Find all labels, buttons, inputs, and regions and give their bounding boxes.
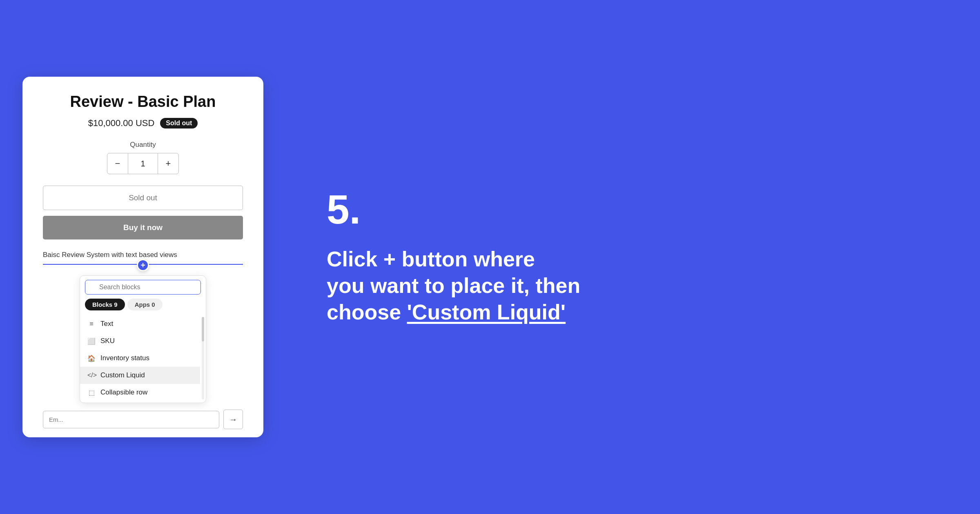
buy-it-now-button[interactable]: Buy it now: [43, 216, 243, 239]
quantity-value: 1: [128, 153, 158, 174]
block-item-collapsible[interactable]: ⬚ Collapsible row: [80, 384, 200, 401]
block-item-sku[interactable]: ⬜ SKU: [80, 332, 200, 350]
step-number: 5.: [327, 189, 939, 230]
block-label-custom-liquid: Custom Liquid: [100, 371, 145, 379]
quantity-label: Quantity: [43, 141, 243, 149]
scrollbar[interactable]: [202, 317, 204, 399]
search-input-wrapper: 🔍: [85, 280, 201, 295]
bottom-nav-row: →: [43, 403, 243, 437]
instruction-text: Click + button where you want to place i…: [327, 246, 939, 326]
collapsible-icon: ⬚: [87, 389, 96, 397]
sold-out-badge: Sold out: [160, 118, 198, 128]
search-dropdown: 🔍 Blocks 9 Apps 0 ≡ Text ⬜ SKU: [80, 275, 206, 403]
sold-out-button: Sold out: [43, 186, 243, 210]
tab-blocks[interactable]: Blocks 9: [85, 299, 125, 310]
block-list: ≡ Text ⬜ SKU 🏠 Inventory status </> Cust…: [80, 314, 200, 403]
block-item-custom-liquid[interactable]: </> Custom Liquid: [80, 367, 200, 384]
plus-button-row: +: [43, 259, 243, 271]
block-label-sku: SKU: [100, 337, 115, 345]
custom-liquid-icon: </>: [87, 372, 96, 379]
scrollbar-area: ≡ Text ⬜ SKU 🏠 Inventory status </> Cust…: [80, 314, 206, 403]
arrow-button[interactable]: →: [223, 410, 243, 429]
search-blocks-input[interactable]: [85, 280, 201, 295]
product-card: Review - Basic Plan $10,000.00 USD Sold …: [22, 77, 263, 437]
tab-apps[interactable]: Apps 0: [127, 299, 163, 310]
block-label-text: Text: [100, 320, 113, 328]
sku-icon: ⬜: [87, 337, 96, 345]
text-icon: ≡: [87, 320, 96, 328]
block-label-inventory: Inventory status: [100, 354, 149, 362]
instruction-highlight: 'Custom Liquid': [407, 300, 566, 324]
tabs-row: Blocks 9 Apps 0: [80, 299, 206, 314]
scrollbar-thumb: [202, 317, 204, 341]
add-block-button[interactable]: +: [137, 259, 149, 271]
quantity-control: − 1 +: [43, 153, 243, 174]
search-input-row: 🔍: [80, 276, 206, 299]
left-panel: Review - Basic Plan $10,000.00 USD Sold …: [0, 0, 286, 514]
product-title: Review - Basic Plan: [43, 93, 243, 111]
instruction-line1: Click + button where: [327, 247, 535, 271]
block-item-text[interactable]: ≡ Text: [80, 315, 200, 332]
block-item-inventory[interactable]: 🏠 Inventory status: [80, 350, 200, 367]
quantity-decrease-button[interactable]: −: [107, 153, 128, 174]
block-label-collapsible: Collapsible row: [100, 388, 147, 397]
instruction-line3: choose: [327, 300, 407, 324]
instruction-line2: you want to place it, then: [327, 274, 580, 297]
inventory-icon: 🏠: [87, 354, 96, 362]
right-panel: 5. Click + button where you want to plac…: [286, 156, 980, 358]
email-input[interactable]: [43, 411, 219, 428]
quantity-increase-button[interactable]: +: [158, 153, 179, 174]
price-text: $10,000.00 USD: [88, 118, 155, 128]
price-row: $10,000.00 USD Sold out: [43, 118, 243, 128]
